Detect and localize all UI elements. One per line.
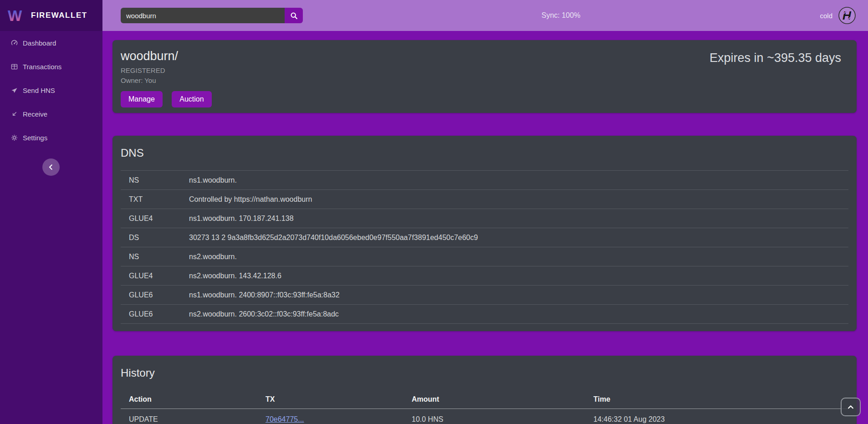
handshake-logo-icon: H <box>838 6 856 25</box>
dns-record-type: DS <box>121 234 189 242</box>
sync-status: Sync: 100% <box>541 0 580 31</box>
sidebar-item-label: Transactions <box>23 63 61 71</box>
sidebar-item-transactions[interactable]: Transactions <box>0 55 102 78</box>
sidebar-item-label: Settings <box>23 134 47 142</box>
history-col-action: Action <box>121 395 266 404</box>
history-col-tx: TX <box>266 395 412 404</box>
sidebar-item-receive[interactable]: Receive <box>0 102 102 126</box>
dns-record-value: ns2.woodburn. 143.42.128.6 <box>189 272 848 280</box>
dns-record-type: GLUE6 <box>121 310 189 318</box>
dns-record-value: ns1.woodburn. 170.187.241.138 <box>189 215 848 223</box>
search-input[interactable] <box>121 8 285 23</box>
table-icon <box>11 63 18 70</box>
sidebar-item-settings[interactable]: Settings <box>0 126 102 149</box>
domain-owner: Owner: You <box>121 77 848 84</box>
dns-table: NS ns1.woodburn. TXT Controlled by https… <box>121 170 848 324</box>
dns-record-row: GLUE6 ns2.woodburn. 2600:3c02::f03c:93ff… <box>121 305 848 324</box>
dns-record-row: TXT Controlled by https://nathan.woodbur… <box>121 190 848 209</box>
dns-record-value: ns1.woodburn. <box>189 176 848 184</box>
history-card: History Action TX Amount Time UPDATE 70e… <box>112 356 857 424</box>
dns-card: DNS NS ns1.woodburn. TXT Controlled by h… <box>112 136 857 331</box>
dns-record-type: GLUE6 <box>121 291 189 299</box>
history-title: History <box>121 367 848 379</box>
sidebar-item-dashboard[interactable]: Dashboard <box>0 31 102 55</box>
dns-record-type: NS <box>121 176 189 184</box>
sidebar-collapse-button[interactable] <box>42 158 60 176</box>
firewallet-logo-icon: W <box>7 6 26 25</box>
sidebar-item-label: Receive <box>23 110 47 118</box>
brand-name: FIREWALLET <box>31 11 87 20</box>
history-row: UPDATE 70e64775... 10.0 HNS 14:46:32 01 … <box>121 409 848 424</box>
wallet-name: cold <box>820 12 832 20</box>
send-icon <box>11 87 18 94</box>
dns-record-value: ns1.woodburn. 2400:8907::f03c:93ff:fe5a:… <box>189 291 848 299</box>
chevron-left-icon <box>48 164 54 170</box>
svg-text:H: H <box>842 9 852 22</box>
sidebar-item-send-hns[interactable]: Send HNS <box>0 78 102 102</box>
dns-record-type: GLUE4 <box>121 272 189 280</box>
wallet-selector[interactable]: cold H <box>820 0 856 31</box>
dns-record-value: ns2.woodburn. <box>189 253 848 261</box>
dns-record-row: NS ns1.woodburn. <box>121 171 848 190</box>
brand[interactable]: W FIREWALLET <box>0 0 102 31</box>
dns-record-row: NS ns2.woodburn. <box>121 247 848 266</box>
scroll-to-top-button[interactable] <box>841 398 861 416</box>
history-time: 14:46:32 01 Aug 2023 <box>593 415 848 424</box>
chevron-up-icon <box>848 404 854 410</box>
history-table-body: UPDATE 70e64775... 10.0 HNS 14:46:32 01 … <box>121 409 848 424</box>
gauge-icon <box>11 40 18 46</box>
topbar: Sync: 100% cold H <box>102 0 868 31</box>
history-action: UPDATE <box>121 415 266 424</box>
dns-record-row: DS 30273 13 2 9a3a8fb3d625d2a2073d740f10… <box>121 228 848 247</box>
main-content: woodburn/ REGISTERED Owner: You Manage A… <box>102 31 868 424</box>
dns-record-row: GLUE4 ns2.woodburn. 143.42.128.6 <box>121 266 848 286</box>
dns-record-type: TXT <box>121 195 189 204</box>
sidebar-item-label: Send HNS <box>23 87 55 94</box>
dns-record-value: Controlled by https://nathan.woodburn <box>189 195 848 204</box>
history-amount: 10.0 HNS <box>412 415 593 424</box>
dns-record-type: GLUE4 <box>121 215 189 223</box>
manage-button[interactable]: Manage <box>121 91 163 107</box>
history-col-time: Time <box>593 395 848 404</box>
sidebar-item-label: Dashboard <box>23 39 56 47</box>
history-header-row: Action TX Amount Time <box>121 390 848 409</box>
sidebar-nav: Dashboard Transactions Send HNS Receive <box>0 31 102 149</box>
receive-icon <box>11 111 18 117</box>
dns-record-row: GLUE6 ns1.woodburn. 2400:8907::f03c:93ff… <box>121 286 848 305</box>
domain-card: woodburn/ REGISTERED Owner: You Manage A… <box>112 40 857 113</box>
dns-record-value: ns2.woodburn. 2600:3c02::f03c:93ff:fe5a:… <box>189 310 848 318</box>
history-col-amount: Amount <box>412 395 593 404</box>
dns-title: DNS <box>121 147 848 159</box>
domain-status: REGISTERED <box>121 66 848 74</box>
search-icon <box>290 12 298 20</box>
expires-label: Expires in ~395.35 days <box>710 51 841 65</box>
auction-button[interactable]: Auction <box>172 91 211 107</box>
tx-link[interactable]: 70e64775... <box>266 415 304 423</box>
search-bar <box>121 8 303 23</box>
svg-text:W: W <box>8 7 22 24</box>
dns-record-type: NS <box>121 253 189 261</box>
dns-record-value: 30273 13 2 9a3a8fb3d625d2a2073d740f10da6… <box>189 234 848 242</box>
gear-icon <box>11 134 18 141</box>
sidebar: W FIREWALLET Dashboard Transactions S <box>0 0 102 424</box>
dns-record-row: GLUE4 ns1.woodburn. 170.187.241.138 <box>121 209 848 228</box>
search-button[interactable] <box>285 8 303 23</box>
